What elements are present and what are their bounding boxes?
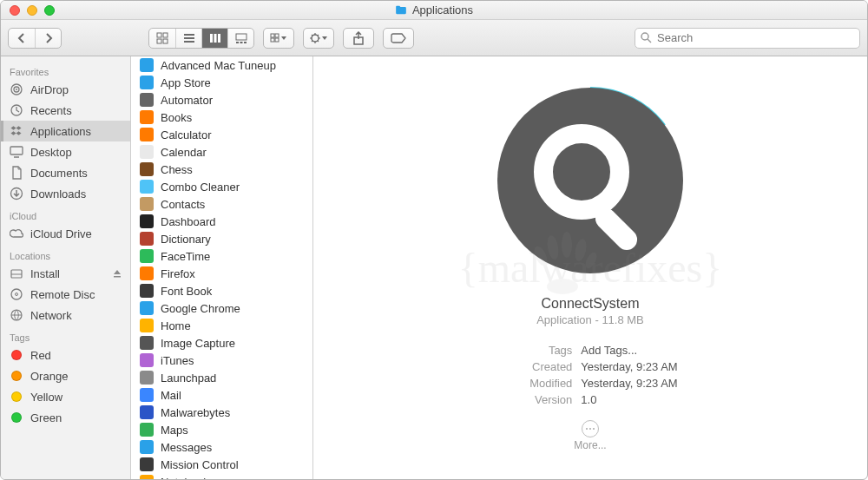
svg-rect-11: [271, 34, 274, 37]
eject-icon[interactable]: [113, 269, 122, 278]
list-item-label: Notebook: [161, 476, 209, 480]
folder-icon: [395, 5, 407, 15]
app-icon: [140, 214, 154, 228]
more-button[interactable]: ⋯ More...: [574, 420, 606, 451]
sidebar-item-orange[interactable]: Orange: [1, 365, 130, 386]
svg-point-17: [641, 33, 648, 40]
sidebar-item-downloads[interactable]: Downloads: [1, 183, 130, 204]
tags-label: Tags: [503, 344, 572, 357]
list-item[interactable]: Dashboard: [131, 213, 312, 230]
search-input[interactable]: [657, 31, 854, 44]
sidebar-item-documents[interactable]: Documents: [1, 162, 130, 183]
list-item[interactable]: Chess: [131, 161, 312, 178]
svg-rect-10: [244, 42, 247, 43]
list-item[interactable]: FaceTime: [131, 247, 312, 265]
group-by-button[interactable]: [264, 29, 293, 48]
list-item[interactable]: Image Capture: [131, 334, 312, 352]
list-view-button[interactable]: [175, 29, 201, 48]
app-icon: [140, 371, 154, 385]
sidebar-item-label: Install: [30, 267, 60, 280]
svg-rect-6: [218, 34, 220, 43]
toolbar: [1, 20, 867, 56]
action-menu-button[interactable]: [304, 29, 333, 48]
preview-pane: {malwarefixes} ConnectSystem Application…: [313, 56, 867, 479]
list-item-label: Messages: [161, 441, 212, 454]
app-icon: [140, 266, 154, 280]
cloud-icon: [10, 227, 23, 240]
svg-point-25: [11, 289, 22, 299]
sidebar-section-header: Favorites: [1, 60, 130, 79]
list-item[interactable]: Launchpad: [131, 369, 312, 386]
list-item[interactable]: Notebook: [131, 473, 312, 479]
list-item[interactable]: Font Book: [131, 282, 312, 299]
forward-button[interactable]: [35, 29, 61, 48]
app-icon: [140, 76, 154, 89]
list-item[interactable]: Dictionary: [131, 230, 312, 247]
sidebar-item-airdrop[interactable]: AirDrop: [1, 79, 130, 100]
list-item[interactable]: Automator: [131, 91, 312, 108]
titlebar: Applications: [1, 1, 867, 20]
app-icon: [140, 197, 154, 211]
app-icon: [140, 405, 154, 419]
list-item-label: Home: [161, 319, 191, 332]
list-item[interactable]: Google Chrome: [131, 299, 312, 317]
tag-dot-icon: [10, 411, 23, 424]
list-item[interactable]: iTunes: [131, 352, 312, 369]
edit-tags-button[interactable]: [384, 29, 413, 48]
list-item[interactable]: Advanced Mac Tuneup: [131, 56, 312, 74]
list-item[interactable]: Maps: [131, 421, 312, 438]
list-item[interactable]: Combo Cleaner: [131, 178, 312, 195]
list-item[interactable]: Books: [131, 108, 312, 126]
list-item-label: Image Capture: [161, 337, 235, 350]
modified-value: Yesterday, 9:23 AM: [581, 377, 677, 390]
version-label: Version: [503, 393, 572, 406]
list-item[interactable]: Firefox: [131, 265, 312, 282]
action-button-group: [303, 28, 334, 49]
column-view-button[interactable]: [201, 29, 227, 48]
list-item[interactable]: Home: [131, 317, 312, 334]
list-item[interactable]: Contacts: [131, 195, 312, 213]
sidebar-section-header: Locations: [1, 244, 130, 263]
back-button[interactable]: [9, 29, 35, 48]
sidebar-item-applications[interactable]: Applications: [1, 121, 130, 141]
preview-metadata: Tags Add Tags... Created Yesterday, 9:23…: [503, 344, 677, 406]
list-item[interactable]: Calendar: [131, 143, 312, 161]
list-item[interactable]: Messages: [131, 438, 312, 456]
sidebar-item-label: Green: [30, 411, 62, 424]
clock-icon: [10, 103, 23, 117]
list-item-label: Combo Cleaner: [161, 181, 240, 194]
app-icon: [140, 301, 154, 315]
list-item[interactable]: Mission Control: [131, 456, 312, 473]
add-tags-button[interactable]: Add Tags...: [581, 344, 677, 357]
svg-rect-8: [236, 42, 239, 43]
list-item-label: Maps: [161, 424, 188, 437]
gallery-view-button[interactable]: [227, 29, 253, 48]
file-list[interactable]: Advanced Mac TuneupApp StoreAutomatorBoo…: [131, 56, 313, 479]
sidebar-item-network[interactable]: Network: [1, 305, 130, 325]
drive-icon: [10, 266, 23, 280]
list-item-label: Advanced Mac Tuneup: [161, 59, 276, 72]
share-button[interactable]: [344, 29, 373, 48]
sidebar-item-icloud-drive[interactable]: iCloud Drive: [1, 223, 130, 244]
list-item[interactable]: Mail: [131, 386, 312, 404]
sidebar-item-green[interactable]: Green: [1, 407, 130, 428]
sidebar-item-recents[interactable]: Recents: [1, 100, 130, 121]
app-icon: [140, 162, 154, 176]
list-item[interactable]: Calculator: [131, 126, 312, 143]
app-icon: [140, 319, 154, 332]
list-item[interactable]: Malwarebytes: [131, 404, 312, 421]
list-item[interactable]: App Store: [131, 74, 312, 91]
svg-rect-7: [236, 34, 247, 40]
sidebar-item-desktop[interactable]: Desktop: [1, 141, 130, 162]
icon-view-button[interactable]: [149, 29, 175, 48]
app-grid-icon: [10, 124, 23, 138]
sidebar-item-yellow[interactable]: Yellow: [1, 386, 130, 407]
svg-rect-4: [210, 34, 213, 43]
list-item-label: Malwarebytes: [161, 406, 230, 419]
sidebar-item-install[interactable]: Install: [1, 263, 130, 284]
sidebar-item-red[interactable]: Red: [1, 345, 130, 365]
search-field[interactable]: [635, 28, 860, 49]
svg-rect-9: [240, 42, 242, 43]
sidebar-item-remote-disc[interactable]: Remote Disc: [1, 284, 130, 305]
tag-dot-icon: [10, 348, 23, 362]
